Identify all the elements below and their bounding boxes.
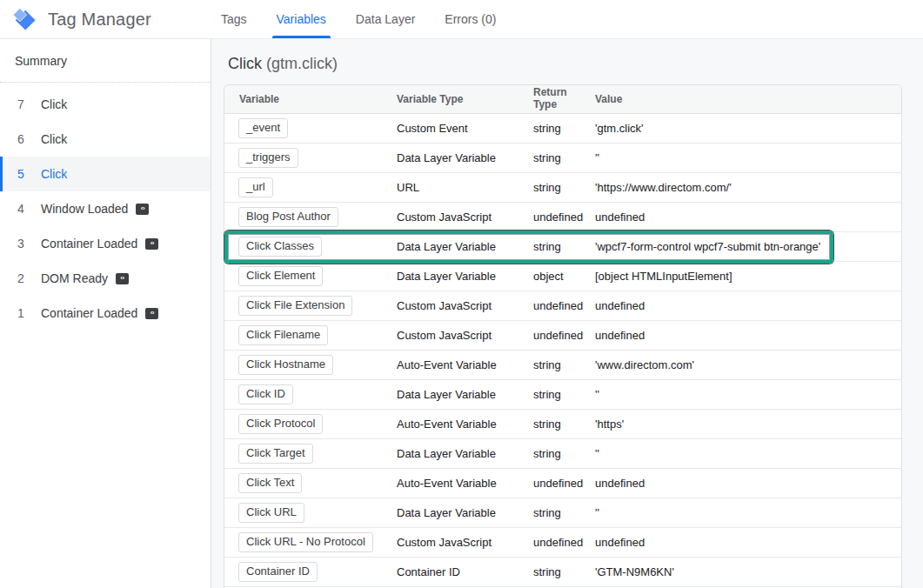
- variable-cell: _event: [224, 118, 397, 139]
- return-type: undefined: [533, 536, 595, 549]
- variable-cell: Blog Post Author: [224, 207, 397, 228]
- return-type: string: [533, 181, 595, 194]
- value: undefined: [595, 210, 901, 224]
- return-type: string: [533, 565, 595, 578]
- value: undefined: [595, 536, 901, 549]
- event-label: Container Loaded: [41, 237, 137, 251]
- return-type: string: [533, 358, 595, 371]
- sidebar-item-4-window-loaded[interactable]: 4Window Loaded‹›: [0, 191, 211, 226]
- variable-chip: Click URL - No Protocol: [238, 532, 373, 553]
- variable-type: Data Layer Variable: [397, 388, 533, 401]
- return-type: string: [533, 151, 595, 164]
- variable-type: Custom JavaScript: [397, 329, 533, 342]
- sidebar-item-5-click[interactable]: 5Click: [0, 157, 211, 191]
- sidebar-item-6-click[interactable]: 6Click: [0, 122, 211, 157]
- code-icon: ‹›: [136, 204, 149, 215]
- variable-type: Data Layer Variable: [397, 270, 533, 283]
- main-panel: Click (gtm.click) Variable Variable Type…: [211, 39, 923, 588]
- table-row: Click FilenameCustom JavaScriptundefined…: [224, 321, 901, 351]
- table-row: Click URL - No ProtocolCustom JavaScript…: [224, 528, 901, 558]
- variable-type: Custom JavaScript: [397, 299, 533, 312]
- variable-chip: Click URL: [238, 503, 304, 524]
- variable-chip: Click File Extension: [238, 296, 352, 317]
- variable-type: Auto-Event Variable: [397, 358, 533, 371]
- sidebar-item-3-container-loaded[interactable]: 3Container Loaded‹›: [0, 226, 211, 261]
- variable-chip: _event: [238, 118, 288, 139]
- variable-type: Data Layer Variable: [397, 506, 533, 519]
- gtm-debug-panel: Tag Manager TagsVariablesData LayerError…: [0, 0, 923, 588]
- value: undefined: [595, 299, 901, 312]
- variable-type: Data Layer Variable: [397, 240, 533, 253]
- sidebar-item-1-container-loaded[interactable]: 1Container Loaded‹›: [0, 296, 211, 331]
- sidebar-item-7-click[interactable]: 7Click: [0, 87, 211, 122]
- event-label: DOM Ready: [41, 271, 108, 285]
- table-row: Click URLData Layer Variablestring'': [224, 498, 901, 528]
- tab-tags[interactable]: Tags: [206, 0, 262, 38]
- col-header-return-type: Return Type: [533, 87, 595, 111]
- variables-table: Variable Variable Type Return Type Value…: [224, 84, 902, 588]
- variable-chip: Blog Post Author: [238, 207, 338, 228]
- value: 'wpcf7-form-control wpcf7-submit btn-ora…: [595, 240, 901, 253]
- variable-type: Custom JavaScript: [397, 536, 533, 549]
- return-type: string: [533, 418, 595, 431]
- summary-label: Summary: [15, 54, 67, 68]
- value: '': [595, 151, 901, 164]
- col-header-variable: Variable: [224, 93, 397, 105]
- code-icon: ‹›: [145, 308, 158, 319]
- variable-type: Data Layer Variable: [397, 151, 533, 164]
- variable-cell: Click Text: [224, 473, 397, 494]
- app-header: Tag Manager TagsVariablesData LayerError…: [0, 0, 923, 39]
- variable-cell: Click URL - No Protocol: [224, 532, 397, 553]
- event-number: 6: [17, 132, 31, 146]
- event-id: (gtm.click): [266, 55, 338, 72]
- tab-errors-0[interactable]: Errors (0): [430, 0, 511, 38]
- variable-cell: Click Protocol: [224, 414, 397, 435]
- variable-cell: _triggers: [224, 148, 397, 169]
- code-icon: ‹›: [116, 273, 129, 284]
- value: 'www.directom.com': [595, 358, 901, 371]
- value: 'https://www.directom.com/': [595, 181, 901, 194]
- variable-cell: Click Filename: [224, 325, 397, 346]
- col-header-value: Value: [595, 93, 901, 105]
- variable-cell: Click Target: [224, 444, 397, 464]
- value: 'GTM-N9M6KN': [595, 565, 901, 578]
- variable-chip: Click ID: [238, 384, 293, 405]
- event-label: Window Loaded: [41, 202, 128, 216]
- event-label: Click: [41, 167, 67, 181]
- return-type: string: [533, 447, 595, 460]
- value: 'https': [595, 418, 901, 431]
- variable-chip: Click Target: [238, 444, 313, 464]
- event-sidebar: Summary 7Click6Click5Click4Window Loaded…: [0, 39, 211, 588]
- tag-manager-logo-icon: [12, 7, 37, 31]
- tab-data-layer[interactable]: Data Layer: [341, 0, 430, 38]
- table-row: _triggersData Layer Variablestring'': [224, 144, 901, 173]
- variable-cell: Click Classes: [224, 237, 397, 257]
- return-type: undefined: [533, 299, 595, 312]
- table-row: Click TargetData Layer Variablestring'': [224, 439, 901, 469]
- return-type: string: [533, 388, 595, 401]
- variable-type: Auto-Event Variable: [397, 477, 533, 490]
- table-row: Click IDData Layer Variablestring'': [224, 380, 901, 410]
- event-name: Click: [228, 55, 262, 72]
- app-title: Tag Manager: [48, 10, 151, 30]
- value: '': [595, 388, 901, 401]
- tab-variables[interactable]: Variables: [262, 0, 341, 38]
- event-number: 2: [17, 271, 31, 285]
- table-row: Click File ExtensionCustom JavaScriptund…: [224, 291, 901, 321]
- event-number: 7: [17, 97, 31, 111]
- variable-chip: Click Text: [238, 473, 302, 494]
- page-title: Click (gtm.click): [228, 55, 902, 73]
- sidebar-item-2-dom-ready[interactable]: 2DOM Ready‹›: [0, 261, 211, 296]
- value: '': [595, 506, 901, 519]
- variable-chip: _triggers: [238, 148, 298, 169]
- table-row: _eventCustom Eventstring'gtm.click': [224, 114, 901, 144]
- return-type: string: [533, 506, 595, 519]
- table-row: Container IDContainer IDstring'GTM-N9M6K…: [224, 558, 901, 587]
- table-row: Click HostnameAuto-Event Variablestring'…: [224, 351, 901, 380]
- variable-cell: Click ID: [224, 384, 397, 405]
- table-row: Blog Post AuthorCustom JavaScriptundefin…: [224, 203, 901, 232]
- variable-type: Custom Event: [397, 122, 533, 135]
- table-row: _urlURLstring'https://www.directom.com/': [224, 173, 901, 203]
- sidebar-item-summary[interactable]: Summary: [0, 39, 211, 83]
- header-tabs: TagsVariablesData LayerErrors (0): [206, 0, 512, 38]
